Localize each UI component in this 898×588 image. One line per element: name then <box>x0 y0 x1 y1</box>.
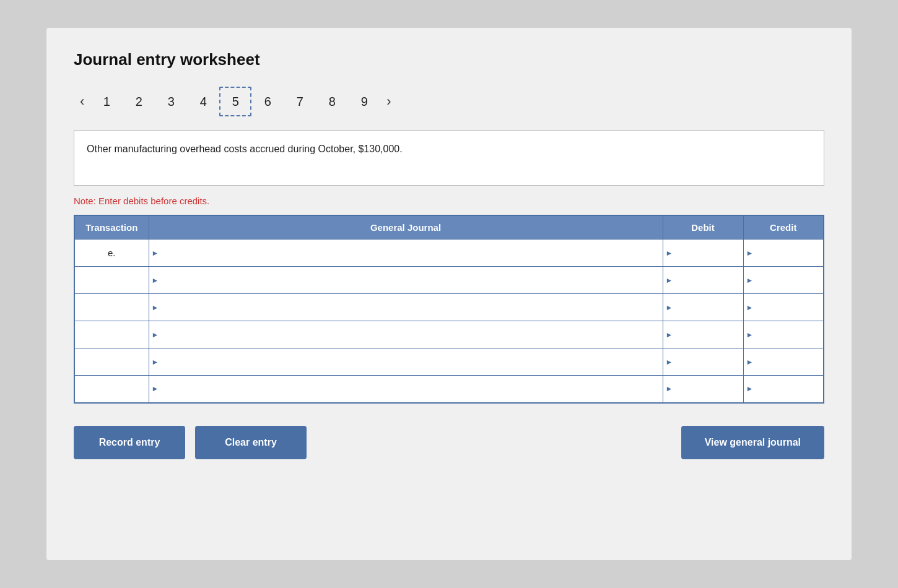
table-row: ► ► ► <box>74 321 824 348</box>
credit-cell-4[interactable]: ► <box>743 321 824 348</box>
credit-cell-5[interactable]: ► <box>743 348 824 376</box>
note-text: Note: Enter debits before credits. <box>74 196 824 206</box>
cell-arrow-d6: ► <box>666 384 673 393</box>
credit-input-3[interactable] <box>744 294 824 321</box>
cell-arrow-c5: ► <box>746 358 754 366</box>
debit-input-5[interactable] <box>663 348 743 375</box>
cell-arrow-d5: ► <box>666 358 673 366</box>
cell-arrow-d4: ► <box>666 331 673 339</box>
debit-input-1[interactable] <box>663 240 743 266</box>
credit-cell-3[interactable]: ► <box>743 294 824 321</box>
credit-cell-6[interactable]: ► <box>743 376 824 403</box>
view-general-journal-button[interactable]: View general journal <box>681 426 824 459</box>
debit-cell-1[interactable]: ► <box>663 240 743 267</box>
cell-arrow-gj6: ► <box>152 384 159 393</box>
pagination-next[interactable]: › <box>380 91 397 112</box>
cell-arrow-d1: ► <box>666 249 673 257</box>
page-title: Journal entry worksheet <box>74 50 824 69</box>
general-journal-input-6[interactable] <box>149 376 663 402</box>
cell-arrow-gj3: ► <box>152 303 159 312</box>
pagination-item-1[interactable]: 1 <box>90 87 123 116</box>
credit-input-1[interactable] <box>744 240 824 266</box>
pagination-item-4[interactable]: 4 <box>187 87 219 116</box>
cell-arrow-gj2: ► <box>152 276 159 285</box>
table-row: ► ► ► <box>74 348 824 376</box>
general-journal-cell-4[interactable]: ► <box>149 321 663 348</box>
col-header-general-journal: General Journal <box>149 215 663 240</box>
debit-input-2[interactable] <box>663 267 743 293</box>
cell-arrow-c4: ► <box>746 331 754 339</box>
cell-arrow-gj4: ► <box>152 331 159 339</box>
cell-arrow-gj5: ► <box>152 358 159 366</box>
general-journal-cell-5[interactable]: ► <box>149 348 663 376</box>
general-journal-cell-3[interactable]: ► <box>149 294 663 321</box>
transaction-cell-5 <box>74 348 149 376</box>
credit-input-4[interactable] <box>744 321 824 348</box>
general-journal-input-3[interactable] <box>149 294 663 321</box>
table-row: ► ► ► <box>74 267 824 294</box>
pagination-item-8[interactable]: 8 <box>316 87 348 116</box>
debit-cell-5[interactable]: ► <box>663 348 743 376</box>
clear-entry-button[interactable]: Clear entry <box>195 426 307 459</box>
pagination-item-6[interactable]: 6 <box>251 87 284 116</box>
debit-cell-2[interactable]: ► <box>663 267 743 294</box>
credit-cell-2[interactable]: ► <box>743 267 824 294</box>
general-journal-input-2[interactable] <box>149 267 663 293</box>
transaction-cell-3 <box>74 294 149 321</box>
main-container: Journal entry worksheet ‹ 1 2 3 4 5 6 7 … <box>46 28 852 560</box>
debit-cell-3[interactable]: ► <box>663 294 743 321</box>
debit-input-6[interactable] <box>663 376 743 402</box>
col-header-credit: Credit <box>743 215 824 240</box>
journal-table: Transaction General Journal Debit Credit… <box>74 215 824 404</box>
credit-cell-1[interactable]: ► <box>743 240 824 267</box>
credit-input-5[interactable] <box>744 348 824 375</box>
transaction-cell-4 <box>74 321 149 348</box>
cell-arrow-gj1: ► <box>152 249 159 257</box>
transaction-cell-1: e. <box>74 240 149 267</box>
col-header-debit: Debit <box>663 215 743 240</box>
col-header-transaction: Transaction <box>74 215 149 240</box>
general-journal-cell-2[interactable]: ► <box>149 267 663 294</box>
general-journal-input-4[interactable] <box>149 321 663 348</box>
general-journal-input-5[interactable] <box>149 348 663 375</box>
transaction-cell-2 <box>74 267 149 294</box>
credit-input-2[interactable] <box>744 267 824 293</box>
table-row: e. ► ► ► <box>74 240 824 267</box>
pagination-item-5[interactable]: 5 <box>219 87 251 116</box>
debit-input-4[interactable] <box>663 321 743 348</box>
cell-arrow-c1: ► <box>746 249 754 257</box>
general-journal-cell-1[interactable]: ► <box>149 240 663 267</box>
debit-cell-4[interactable]: ► <box>663 321 743 348</box>
description-box: Other manufacturing overhead costs accru… <box>74 130 824 186</box>
cell-arrow-c2: ► <box>746 276 754 285</box>
pagination-item-9[interactable]: 9 <box>348 87 380 116</box>
table-row: ► ► ► <box>74 294 824 321</box>
cell-arrow-c6: ► <box>746 384 754 393</box>
cell-arrow-d3: ► <box>666 303 673 312</box>
debit-input-3[interactable] <box>663 294 743 321</box>
cell-arrow-c3: ► <box>746 303 754 312</box>
pagination-item-7[interactable]: 7 <box>284 87 316 116</box>
general-journal-cell-6[interactable]: ► <box>149 376 663 403</box>
button-row: Record entry Clear entry View general jo… <box>74 426 824 459</box>
cell-arrow-d2: ► <box>666 276 673 285</box>
description-text: Other manufacturing overhead costs accru… <box>87 144 403 154</box>
transaction-cell-6 <box>74 376 149 403</box>
credit-input-6[interactable] <box>744 376 824 402</box>
pagination-prev[interactable]: ‹ <box>74 91 90 112</box>
general-journal-input-1[interactable] <box>149 240 663 266</box>
table-row: ► ► ► <box>74 376 824 403</box>
pagination-item-2[interactable]: 2 <box>123 87 155 116</box>
pagination: ‹ 1 2 3 4 5 6 7 8 9 › <box>74 87 824 116</box>
record-entry-button[interactable]: Record entry <box>74 426 185 459</box>
debit-cell-6[interactable]: ► <box>663 376 743 403</box>
pagination-item-3[interactable]: 3 <box>155 87 187 116</box>
